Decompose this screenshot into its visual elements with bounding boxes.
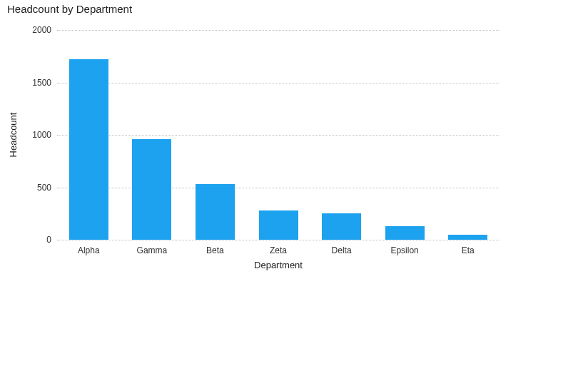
gridline bbox=[57, 83, 500, 83]
chart-container: Headcount by Department Headcount 0 500 … bbox=[0, 0, 588, 391]
gridline bbox=[57, 135, 500, 136]
bar-eta bbox=[448, 235, 487, 240]
x-axis-label: Department bbox=[254, 260, 303, 270]
y-tick-label: 0 bbox=[9, 235, 51, 245]
x-tick-label: Epsilon bbox=[390, 245, 418, 255]
gridline bbox=[57, 188, 500, 188]
x-tick-label: Eta bbox=[462, 245, 475, 255]
x-tick-label: Gamma bbox=[137, 245, 168, 255]
x-tick-label: Beta bbox=[206, 245, 224, 255]
x-tick-label: Zeta bbox=[270, 245, 287, 255]
plot-area bbox=[57, 30, 500, 240]
y-tick-label: 500 bbox=[9, 183, 51, 193]
y-tick-label: 1000 bbox=[9, 130, 51, 140]
bar-zeta bbox=[259, 210, 298, 240]
gridline bbox=[57, 240, 500, 240]
bar-beta bbox=[196, 184, 235, 240]
bar-alpha bbox=[69, 59, 108, 240]
gridline bbox=[57, 30, 500, 31]
bar-delta bbox=[322, 213, 361, 240]
y-tick-label: 1500 bbox=[9, 78, 51, 88]
x-tick-label: Delta bbox=[332, 245, 352, 255]
bar-gamma bbox=[132, 139, 171, 240]
y-tick-label: 2000 bbox=[9, 25, 51, 35]
x-tick-label: Alpha bbox=[78, 245, 100, 255]
chart-title: Headcount by Department bbox=[7, 3, 132, 15]
bar-epsilon bbox=[385, 226, 425, 240]
